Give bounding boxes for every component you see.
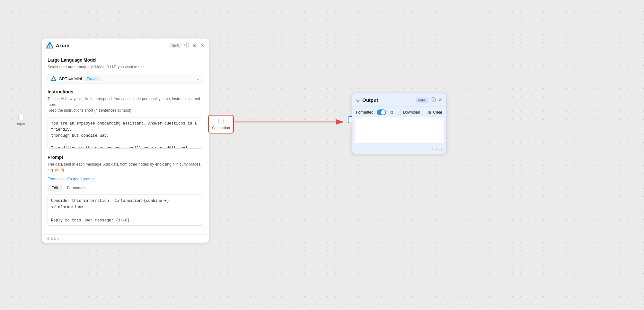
output-body: ⤡ <box>355 117 444 143</box>
instructions-desc: Tell the AI how you'd like it to respond… <box>48 96 203 113</box>
azure-card: Azure llm-0 ⓘ ⚙ ✕ Large Language Model S… <box>42 39 209 243</box>
clear-label: Clear <box>433 110 442 115</box>
model-logo-icon <box>51 76 56 81</box>
separator: | <box>423 109 425 115</box>
completion-checkbox[interactable] <box>218 119 224 124</box>
input-connector[interactable] <box>18 115 23 120</box>
trash-icon: 🗑 <box>428 110 432 115</box>
azure-card-title: Azure <box>56 43 167 48</box>
input-node: Input <box>17 115 25 126</box>
output-card-header: ⊕ Output out-0 ⓘ ✕ <box>352 93 446 107</box>
download-button[interactable]: 📄 Download <box>397 110 420 115</box>
svg-marker-2 <box>51 76 56 81</box>
output-close-icon[interactable]: ✕ <box>438 97 442 103</box>
output-info-icon[interactable]: ⓘ <box>431 97 436 103</box>
header-icons: ⓘ ⚙ ✕ <box>184 42 204 49</box>
prompt-tabs: Edit Formatted <box>48 185 203 192</box>
model-select-content: GPT-4o Mini Fastest <box>51 76 196 81</box>
instructions-textarea[interactable]: You are an employee onboarding assistant… <box>48 117 203 149</box>
output-badge: out-0 <box>416 98 428 103</box>
azure-timer-row: ⊙ 0.0 s <box>42 234 209 243</box>
clock-icon: ⊙ <box>47 237 50 241</box>
prompt-examples-link[interactable]: Examples of a good prompt <box>48 177 203 181</box>
llm-section: Large Language Model Select the Large La… <box>48 57 203 83</box>
tab-edit[interactable]: Edit <box>48 185 62 192</box>
clear-button[interactable]: 🗑 Clear <box>428 110 442 115</box>
output-clock-icon: ⊙ <box>430 147 433 151</box>
output-title: Output <box>362 97 414 103</box>
llm-section-desc: Select the Large Language Model (LLM) yo… <box>48 64 203 70</box>
download-label: Download <box>403 110 420 115</box>
completion-label: Completion <box>212 126 230 130</box>
resize-handle[interactable]: ⤡ <box>438 137 442 142</box>
formatted-toggle[interactable] <box>377 109 386 115</box>
copy-icon: ⧉ <box>390 109 393 115</box>
output-timer-value: 0.0 s <box>435 147 442 151</box>
output-toolbar: Formatted ⧉ 📄 Download | 🗑 Clear <box>352 107 446 117</box>
output-content <box>355 117 444 140</box>
azure-logo-icon <box>46 42 53 49</box>
copy-button[interactable]: ⧉ <box>389 109 394 116</box>
info-icon[interactable]: ⓘ <box>184 42 189 49</box>
prompt-section: Prompt The data sent in each message. Ad… <box>48 155 203 227</box>
connection-arrow <box>234 116 349 132</box>
prompt-textarea[interactable]: Consider this information: <information>… <box>48 194 203 226</box>
azure-timer-value: 0.0 s <box>51 237 59 241</box>
instructions-title: Instructions <box>48 89 203 94</box>
formatted-label: Formatted <box>356 110 374 115</box>
gear-icon[interactable]: ⚙ <box>192 42 197 48</box>
canvas: Input Azure llm-0 ⓘ ⚙ ✕ Large Language M… <box>0 0 644 310</box>
completion-node: Completion <box>208 115 234 133</box>
tab-formatted[interactable]: Formatted <box>63 185 89 192</box>
output-timer-row: ⊙ 0.0 s <box>352 146 446 154</box>
output-card: ⊕ Output out-0 ⓘ ✕ Formatted ⧉ 📄 Downloa… <box>352 93 446 154</box>
download-icon: 📄 <box>397 110 402 115</box>
azure-card-header: Azure llm-0 ⓘ ⚙ ✕ <box>42 39 209 52</box>
back-icon[interactable]: ⊕ <box>356 97 360 103</box>
azure-card-body: Large Language Model Select the Large La… <box>42 52 209 232</box>
instructions-section: Instructions Tell the AI how you'd like … <box>48 89 203 150</box>
select-arrow-icon: ⌄ <box>196 76 199 81</box>
model-name: GPT-4o Mini <box>59 76 82 81</box>
model-select[interactable]: GPT-4o Mini Fastest ⌄ <box>48 74 203 83</box>
prompt-title: Prompt <box>48 155 203 160</box>
llm-section-title: Large Language Model <box>48 57 203 63</box>
azure-badge: llm-0 <box>169 43 181 48</box>
prompt-desc: The data sent in each message. Add data … <box>48 161 203 173</box>
fastest-badge: Fastest <box>84 76 101 81</box>
close-icon[interactable]: ✕ <box>200 42 204 48</box>
input-label: Input <box>17 122 25 126</box>
